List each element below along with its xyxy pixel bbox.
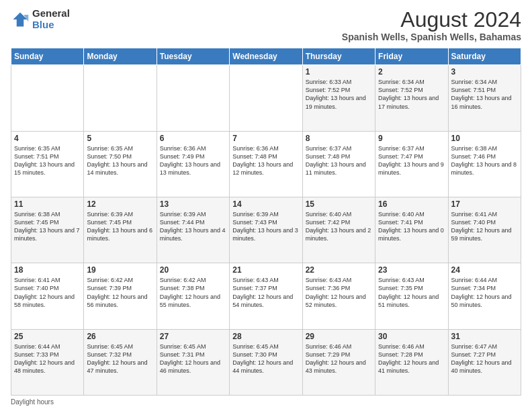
day-number: 25 — [14, 332, 81, 341]
day-number: 31 — [451, 332, 518, 341]
day-number: 29 — [306, 332, 372, 341]
col-header-sunday: Sunday — [11, 48, 84, 65]
day-number: 15 — [306, 199, 372, 209]
day-number: 5 — [87, 134, 153, 143]
day-info: Sunrise: 6:41 AM Sunset: 7:40 PM Dayligh… — [14, 276, 81, 309]
calendar-cell — [157, 65, 229, 131]
col-header-tuesday: Tuesday — [157, 48, 229, 65]
day-number: 9 — [378, 134, 445, 143]
sub-title: Spanish Wells, Spanish Wells, Bahamas — [342, 32, 521, 42]
calendar-cell: 5Sunrise: 6:35 AM Sunset: 7:50 PM Daylig… — [84, 131, 157, 197]
day-info: Sunrise: 6:39 AM Sunset: 7:45 PM Dayligh… — [87, 210, 153, 243]
calendar-cell — [84, 65, 157, 131]
day-info: Sunrise: 6:40 AM Sunset: 7:41 PM Dayligh… — [378, 210, 445, 243]
calendar-cell: 24Sunrise: 6:44 AM Sunset: 7:34 PM Dayli… — [448, 263, 521, 329]
day-info: Sunrise: 6:34 AM Sunset: 7:51 PM Dayligh… — [451, 78, 518, 111]
calendar-cell: 26Sunrise: 6:45 AM Sunset: 7:32 PM Dayli… — [84, 329, 157, 395]
col-header-thursday: Thursday — [302, 48, 375, 65]
day-info: Sunrise: 6:45 AM Sunset: 7:30 PM Dayligh… — [232, 342, 299, 375]
col-header-wednesday: Wednesday — [230, 48, 302, 65]
day-number: 7 — [232, 134, 299, 143]
day-number: 17 — [451, 199, 518, 209]
col-header-monday: Monday — [84, 48, 157, 65]
day-info: Sunrise: 6:39 AM Sunset: 7:44 PM Dayligh… — [160, 210, 226, 243]
day-number: 28 — [232, 332, 299, 341]
calendar-cell: 1Sunrise: 6:33 AM Sunset: 7:52 PM Daylig… — [302, 65, 375, 131]
day-number: 30 — [378, 332, 445, 341]
calendar-week-2: 4Sunrise: 6:35 AM Sunset: 7:51 PM Daylig… — [11, 131, 521, 197]
day-number: 4 — [14, 134, 81, 143]
day-number: 2 — [378, 67, 445, 77]
day-number: 16 — [378, 199, 445, 209]
day-info: Sunrise: 6:45 AM Sunset: 7:31 PM Dayligh… — [160, 342, 226, 375]
main-title: August 2024 — [342, 8, 521, 32]
calendar-cell — [11, 65, 84, 131]
day-info: Sunrise: 6:43 AM Sunset: 7:37 PM Dayligh… — [232, 276, 299, 309]
calendar-cell: 20Sunrise: 6:42 AM Sunset: 7:38 PM Dayli… — [157, 263, 229, 329]
footer-label: Daylight hours — [11, 398, 54, 406]
footer: Daylight hours — [11, 398, 521, 406]
day-info: Sunrise: 6:40 AM Sunset: 7:42 PM Dayligh… — [306, 210, 372, 243]
calendar-cell: 3Sunrise: 6:34 AM Sunset: 7:51 PM Daylig… — [448, 65, 521, 131]
page-header: General Blue August 2024 Spanish Wells, … — [11, 8, 521, 42]
day-info: Sunrise: 6:37 AM Sunset: 7:47 PM Dayligh… — [378, 144, 445, 177]
svg-marker-0 — [13, 12, 28, 26]
calendar-cell: 21Sunrise: 6:43 AM Sunset: 7:37 PM Dayli… — [230, 263, 302, 329]
day-info: Sunrise: 6:38 AM Sunset: 7:45 PM Dayligh… — [14, 210, 81, 243]
calendar-cell: 25Sunrise: 6:44 AM Sunset: 7:33 PM Dayli… — [11, 329, 84, 395]
calendar-week-4: 18Sunrise: 6:41 AM Sunset: 7:40 PM Dayli… — [11, 263, 521, 329]
col-header-saturday: Saturday — [448, 48, 521, 65]
logo-general-text: General — [32, 8, 70, 19]
calendar-week-3: 11Sunrise: 6:38 AM Sunset: 7:45 PM Dayli… — [11, 197, 521, 263]
logo-icon — [11, 10, 30, 29]
logo: General Blue — [11, 8, 70, 30]
day-number: 24 — [451, 265, 518, 275]
day-number: 1 — [306, 67, 372, 77]
calendar-cell: 12Sunrise: 6:39 AM Sunset: 7:45 PM Dayli… — [84, 197, 157, 263]
calendar-cell: 30Sunrise: 6:46 AM Sunset: 7:28 PM Dayli… — [375, 329, 448, 395]
calendar-header-row: SundayMondayTuesdayWednesdayThursdayFrid… — [11, 48, 521, 65]
day-info: Sunrise: 6:42 AM Sunset: 7:39 PM Dayligh… — [87, 276, 153, 309]
day-number: 22 — [306, 265, 372, 275]
day-number: 26 — [87, 332, 153, 341]
day-number: 18 — [14, 265, 81, 275]
calendar-cell: 14Sunrise: 6:39 AM Sunset: 7:43 PM Dayli… — [230, 197, 302, 263]
day-number: 11 — [14, 199, 81, 209]
day-number: 6 — [160, 134, 226, 143]
day-info: Sunrise: 6:37 AM Sunset: 7:48 PM Dayligh… — [306, 144, 372, 177]
day-info: Sunrise: 6:43 AM Sunset: 7:36 PM Dayligh… — [306, 276, 372, 309]
calendar-cell: 27Sunrise: 6:45 AM Sunset: 7:31 PM Dayli… — [157, 329, 229, 395]
calendar-cell: 6Sunrise: 6:36 AM Sunset: 7:49 PM Daylig… — [157, 131, 229, 197]
day-info: Sunrise: 6:34 AM Sunset: 7:52 PM Dayligh… — [378, 78, 445, 111]
day-number: 23 — [378, 265, 445, 275]
calendar-table: SundayMondayTuesdayWednesdayThursdayFrid… — [11, 48, 521, 396]
day-number: 20 — [160, 265, 226, 275]
day-number: 10 — [451, 134, 518, 143]
day-info: Sunrise: 6:33 AM Sunset: 7:52 PM Dayligh… — [306, 78, 372, 111]
col-header-friday: Friday — [375, 48, 448, 65]
day-info: Sunrise: 6:35 AM Sunset: 7:50 PM Dayligh… — [87, 144, 153, 177]
day-number: 19 — [87, 265, 153, 275]
day-number: 21 — [232, 265, 299, 275]
calendar-week-5: 25Sunrise: 6:44 AM Sunset: 7:33 PM Dayli… — [11, 329, 521, 395]
day-info: Sunrise: 6:47 AM Sunset: 7:27 PM Dayligh… — [451, 342, 518, 375]
calendar-cell: 23Sunrise: 6:43 AM Sunset: 7:35 PM Dayli… — [375, 263, 448, 329]
day-info: Sunrise: 6:45 AM Sunset: 7:32 PM Dayligh… — [87, 342, 153, 375]
day-number: 13 — [160, 199, 226, 209]
day-number: 8 — [306, 134, 372, 143]
calendar-cell: 11Sunrise: 6:38 AM Sunset: 7:45 PM Dayli… — [11, 197, 84, 263]
day-info: Sunrise: 6:44 AM Sunset: 7:34 PM Dayligh… — [451, 276, 518, 309]
calendar-cell: 13Sunrise: 6:39 AM Sunset: 7:44 PM Dayli… — [157, 197, 229, 263]
calendar-cell — [230, 65, 302, 131]
calendar-cell: 29Sunrise: 6:46 AM Sunset: 7:29 PM Dayli… — [302, 329, 375, 395]
calendar-cell: 8Sunrise: 6:37 AM Sunset: 7:48 PM Daylig… — [302, 131, 375, 197]
day-number: 3 — [451, 67, 518, 77]
calendar-cell: 19Sunrise: 6:42 AM Sunset: 7:39 PM Dayli… — [84, 263, 157, 329]
calendar-cell: 16Sunrise: 6:40 AM Sunset: 7:41 PM Dayli… — [375, 197, 448, 263]
day-info: Sunrise: 6:43 AM Sunset: 7:35 PM Dayligh… — [378, 276, 445, 309]
calendar-cell: 22Sunrise: 6:43 AM Sunset: 7:36 PM Dayli… — [302, 263, 375, 329]
day-info: Sunrise: 6:42 AM Sunset: 7:38 PM Dayligh… — [160, 276, 226, 309]
day-info: Sunrise: 6:38 AM Sunset: 7:46 PM Dayligh… — [451, 144, 518, 177]
calendar-cell: 18Sunrise: 6:41 AM Sunset: 7:40 PM Dayli… — [11, 263, 84, 329]
calendar-cell: 17Sunrise: 6:41 AM Sunset: 7:40 PM Dayli… — [448, 197, 521, 263]
